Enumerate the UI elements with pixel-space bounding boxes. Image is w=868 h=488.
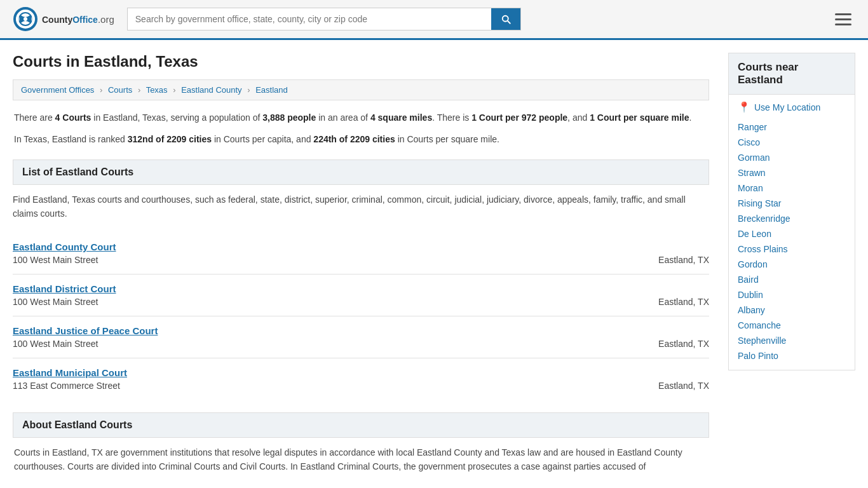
- rank2: 224th of 2209 cities: [313, 134, 395, 144]
- court-city-3: Eastland, TX: [658, 381, 709, 391]
- search-button[interactable]: [491, 8, 520, 30]
- breadcrumb-eastland[interactable]: Eastland: [255, 85, 288, 95]
- sidebar-link-14[interactable]: Stephenville: [738, 333, 846, 348]
- main-wrapper: Courts in Eastland, Texas Government Off…: [0, 40, 868, 486]
- menu-line-1: [835, 13, 851, 15]
- desc-per-mile: 1 Court per square mile: [590, 112, 689, 123]
- location-pin-icon: 📍: [738, 101, 750, 113]
- sidebar-link-11[interactable]: Dublin: [738, 287, 846, 302]
- sidebar-link-0[interactable]: Ranger: [738, 119, 846, 135]
- court-address-2: 100 West Main Street: [13, 339, 98, 349]
- search-input[interactable]: [128, 8, 491, 30]
- ranking-paragraph: In Texas, Eastland is ranked 312nd of 22…: [13, 132, 709, 146]
- menu-line-3: [835, 24, 851, 25]
- court-entry-0: Eastland County Court 100 West Main Stre…: [13, 233, 709, 274]
- list-section-header: List of Eastland Courts: [13, 159, 709, 185]
- breadcrumb-eastland-county[interactable]: Eastland County: [181, 85, 241, 95]
- court-address-3: 113 East Commerce Street: [13, 381, 120, 391]
- court-entry-1: Eastland District Court 100 West Main St…: [13, 274, 709, 316]
- find-text: Find Eastland, Texas courts and courthou…: [13, 193, 709, 221]
- site-header: CountyOffice.org: [0, 0, 868, 40]
- use-my-location-link[interactable]: 📍 Use My Location: [738, 101, 846, 113]
- courts-list: Eastland County Court 100 West Main Stre…: [13, 233, 709, 400]
- sidebar-link-12[interactable]: Albany: [738, 302, 846, 318]
- about-section: About Eastland Courts Courts in Eastland…: [13, 412, 709, 474]
- logo-icon: [13, 6, 38, 32]
- sidebar-link-1[interactable]: Cisco: [738, 135, 846, 150]
- sidebar-link-3[interactable]: Strawn: [738, 165, 846, 180]
- court-city-2: Eastland, TX: [658, 339, 709, 349]
- court-address-0: 100 West Main Street: [13, 255, 98, 265]
- sidebar-link-15[interactable]: Palo Pinto: [738, 348, 846, 363]
- use-location-text: Use My Location: [754, 102, 820, 112]
- court-name-2[interactable]: Eastland Justice of Peace Court: [13, 325, 158, 336]
- breadcrumb-texas[interactable]: Texas: [146, 85, 168, 95]
- court-entry-3: Eastland Municipal Court 113 East Commer…: [13, 358, 709, 400]
- court-name-0[interactable]: Eastland County Court: [13, 241, 116, 252]
- sidebar-link-13[interactable]: Comanche: [738, 318, 846, 333]
- sidebar-content: 📍 Use My Location RangerCiscoGormanStraw…: [728, 95, 855, 370]
- sidebar-link-6[interactable]: Breckenridge: [738, 211, 846, 226]
- court-city-1: Eastland, TX: [658, 297, 709, 307]
- sidebar-link-2[interactable]: Gorman: [738, 150, 846, 165]
- sidebar-link-8[interactable]: Cross Plains: [738, 241, 846, 257]
- sidebar-title: Courts near Eastland: [728, 53, 855, 95]
- desc-population: 3,888 people: [262, 112, 316, 123]
- breadcrumb-sep-1: ›: [100, 85, 102, 95]
- sidebar-links: RangerCiscoGormanStrawnMoranRising StarB…: [738, 119, 846, 363]
- hamburger-menu-button[interactable]: [831, 10, 855, 29]
- court-entry-2: Eastland Justice of Peace Court 100 West…: [13, 316, 709, 358]
- sidebar-link-10[interactable]: Baird: [738, 272, 846, 287]
- court-details-3: 113 East Commerce Street Eastland, TX: [13, 381, 709, 391]
- breadcrumb-sep-3: ›: [173, 85, 175, 95]
- site-logo[interactable]: CountyOffice.org: [13, 6, 114, 32]
- desc-per-person: 1 Court per 972 people: [471, 112, 567, 123]
- breadcrumb-gov-offices[interactable]: Government Offices: [21, 85, 94, 95]
- search-icon: [500, 13, 512, 25]
- desc-area: 4 square miles: [370, 112, 432, 123]
- rank1: 312nd of 2209 cities: [128, 134, 212, 144]
- search-bar: [127, 8, 521, 30]
- breadcrumb-courts[interactable]: Courts: [108, 85, 132, 95]
- about-text: Courts in Eastland, TX are government in…: [13, 445, 709, 474]
- court-details-0: 100 West Main Street Eastland, TX: [13, 255, 709, 265]
- breadcrumb: Government Offices › Courts › Texas › Ea…: [13, 79, 709, 100]
- court-name-3[interactable]: Eastland Municipal Court: [13, 367, 127, 378]
- sidebar-link-7[interactable]: De Leon: [738, 226, 846, 241]
- court-city-0: Eastland, TX: [658, 255, 709, 265]
- main-content: Courts in Eastland, Texas Government Off…: [13, 53, 709, 473]
- breadcrumb-sep-4: ›: [247, 85, 250, 95]
- menu-line-2: [835, 18, 851, 20]
- court-address-1: 100 West Main Street: [13, 297, 98, 307]
- court-count: 4 Courts: [55, 112, 92, 123]
- desc-city: Eastland, Texas: [103, 112, 166, 123]
- description-paragraph: There are 4 Courts in Eastland, Texas, s…: [13, 111, 709, 125]
- page-title: Courts in Eastland, Texas: [13, 53, 709, 71]
- svg-point-3: [24, 17, 27, 21]
- court-details-1: 100 West Main Street Eastland, TX: [13, 297, 709, 307]
- sidebar-link-4[interactable]: Moran: [738, 180, 846, 196]
- breadcrumb-sep-2: ›: [138, 85, 140, 95]
- court-name-1[interactable]: Eastland District Court: [13, 283, 116, 294]
- list-section: List of Eastland Courts Find Eastland, T…: [13, 159, 709, 400]
- sidebar-link-9[interactable]: Gordon: [738, 257, 846, 272]
- sidebar-link-5[interactable]: Rising Star: [738, 196, 846, 211]
- logo-text: CountyOffice.org: [42, 14, 114, 25]
- sidebar: Courts near Eastland 📍 Use My Location R…: [728, 53, 855, 473]
- about-section-header: About Eastland Courts: [13, 412, 709, 438]
- court-details-2: 100 West Main Street Eastland, TX: [13, 339, 709, 349]
